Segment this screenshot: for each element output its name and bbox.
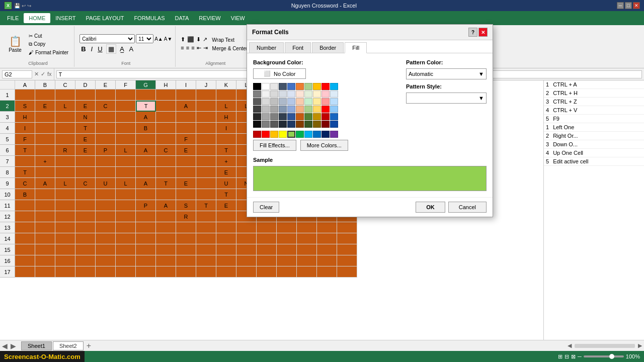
cell-J5[interactable] — [196, 134, 216, 145]
cut-button[interactable]: ✂ Cut — [26, 32, 71, 40]
cell-D10[interactable] — [75, 189, 96, 200]
color-swatch[interactable] — [279, 106, 287, 113]
color-swatch[interactable] — [262, 113, 270, 120]
cell-F5[interactable] — [116, 134, 136, 145]
cell-I3[interactable] — [176, 112, 196, 123]
color-swatch[interactable] — [330, 121, 338, 128]
color-swatch[interactable] — [321, 90, 330, 98]
cell-reference-input[interactable] — [2, 70, 32, 78]
color-swatch[interactable] — [304, 83, 312, 90]
color-swatch[interactable] — [296, 98, 304, 105]
cell-K1[interactable] — [216, 89, 236, 101]
standard-color-swatch[interactable] — [262, 131, 270, 138]
color-swatch[interactable] — [313, 98, 321, 105]
cell-G3[interactable]: A — [136, 112, 156, 123]
standard-color-swatch[interactable] — [296, 131, 304, 138]
cell-J10[interactable] — [196, 189, 216, 200]
font-decrease[interactable]: A▼ — [164, 36, 173, 42]
col-header-J[interactable]: J — [196, 80, 216, 89]
color-swatch[interactable] — [296, 121, 304, 128]
row-header-12[interactable]: 12 — [0, 211, 15, 222]
color-swatch[interactable] — [296, 90, 304, 98]
color-swatch[interactable] — [304, 113, 312, 120]
cell-G8[interactable] — [136, 167, 156, 178]
cell-H4[interactable] — [156, 123, 176, 134]
cell-H5[interactable] — [156, 134, 176, 145]
cell-G4[interactable]: B — [136, 123, 156, 134]
clear-button[interactable]: Clear — [253, 202, 279, 213]
color-swatch[interactable] — [279, 113, 287, 120]
cell-B2[interactable]: E — [35, 101, 55, 112]
align-left-button[interactable]: ≡ — [181, 45, 184, 52]
cell-K2[interactable]: L — [216, 101, 236, 112]
cell-A4[interactable]: I — [15, 123, 35, 134]
color-swatch[interactable] — [321, 83, 330, 90]
paste-button[interactable]: 📋 Paste — [5, 34, 25, 54]
cell-H9[interactable]: T — [156, 178, 176, 189]
cell-J11[interactable]: T — [196, 200, 216, 211]
cell-E9[interactable]: U — [96, 178, 116, 189]
cell-G11[interactable]: P — [136, 200, 156, 211]
standard-color-swatch[interactable] — [253, 131, 261, 138]
cell-J7[interactable] — [196, 156, 216, 167]
color-swatch[interactable] — [279, 98, 287, 105]
row-header-4[interactable]: 4 — [0, 123, 15, 134]
menu-data[interactable]: DATA — [170, 13, 194, 23]
menu-view[interactable]: VIEW — [226, 13, 250, 23]
cell-D7[interactable] — [75, 156, 96, 167]
font-color-button[interactable]: A — [128, 45, 135, 53]
add-sheet-button[interactable]: + — [87, 341, 91, 350]
add-sheet-scroll-right[interactable]: ▶ — [11, 342, 16, 350]
color-swatch[interactable] — [287, 106, 295, 113]
color-swatch[interactable] — [321, 106, 330, 113]
row-header-3[interactable]: 3 — [0, 112, 15, 123]
increase-indent-button[interactable]: ⇥ — [203, 45, 208, 52]
more-colors-button[interactable]: More Colors... — [300, 140, 348, 151]
cell-I9[interactable]: E — [176, 178, 196, 189]
cell-G6[interactable]: A — [136, 145, 156, 156]
cell-E1[interactable] — [96, 89, 116, 101]
cell-C7[interactable] — [55, 156, 75, 167]
cell-E4[interactable] — [96, 123, 116, 134]
col-header-G[interactable]: G — [136, 80, 156, 89]
dialog-close-button[interactable]: ✕ — [478, 28, 488, 37]
col-header-H[interactable]: H — [156, 80, 176, 89]
cell-K7[interactable]: + — [216, 156, 236, 167]
page-layout-icon[interactable]: ⊟ — [565, 353, 569, 360]
cell-D1[interactable] — [75, 89, 96, 101]
close-button[interactable]: ✕ — [633, 2, 640, 9]
cell-C1[interactable] — [55, 89, 75, 101]
cell-B8[interactable] — [35, 167, 55, 178]
cell-J8[interactable] — [196, 167, 216, 178]
standard-color-swatch[interactable] — [304, 131, 312, 138]
color-swatch[interactable] — [287, 98, 295, 105]
color-swatch[interactable] — [253, 113, 261, 120]
color-swatch[interactable] — [296, 113, 304, 120]
cell-K3[interactable]: H — [216, 112, 236, 123]
cell-F3[interactable] — [116, 112, 136, 123]
font-increase[interactable]: A▲ — [154, 36, 163, 42]
cell-D11[interactable] — [75, 200, 96, 211]
cell-F9[interactable]: L — [116, 178, 136, 189]
cell-C4[interactable] — [55, 123, 75, 134]
color-swatch[interactable] — [304, 90, 312, 98]
row-header-14[interactable]: 14 — [0, 233, 15, 244]
color-swatch[interactable] — [313, 113, 321, 120]
cell-G5[interactable] — [136, 134, 156, 145]
cell-H11[interactable]: A — [156, 200, 176, 211]
cell-A8[interactable]: T — [15, 167, 35, 178]
col-header-D[interactable]: D — [75, 80, 96, 89]
cell-G1[interactable] — [136, 89, 156, 101]
cell-H1[interactable] — [156, 89, 176, 101]
row-header-9[interactable]: 9 — [0, 178, 15, 189]
menu-insert[interactable]: INSERT — [50, 13, 80, 23]
cell-C9[interactable]: L — [55, 178, 75, 189]
pattern-style-dropdown[interactable]: ▼ — [406, 93, 487, 104]
cell-I2[interactable]: A — [176, 101, 196, 112]
row-header-1[interactable]: 1 — [0, 89, 15, 101]
cell-I7[interactable] — [176, 156, 196, 167]
color-swatch[interactable] — [262, 90, 270, 98]
cell-I1[interactable] — [176, 89, 196, 101]
cell-E6[interactable]: P — [96, 145, 116, 156]
menu-review[interactable]: REVIEW — [194, 13, 225, 23]
